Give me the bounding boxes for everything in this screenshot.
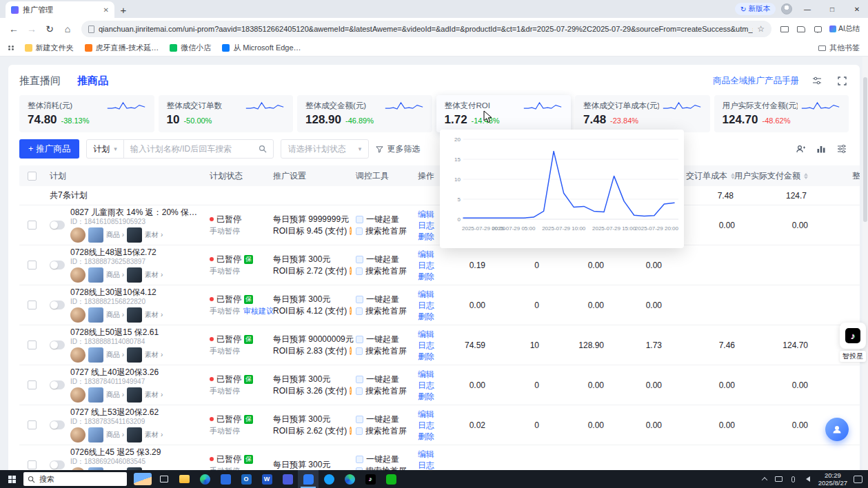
maximize-button[interactable]: □ [822,0,842,18]
metric-card[interactable]: 整体支付ROI 1.72 -14.43% [436,95,572,132]
tiktok-taskbar-icon[interactable]: ♪ [360,470,381,488]
chat-icon[interactable] [810,21,825,37]
edge-beta-taskbar-icon[interactable] [339,470,360,488]
outlook-taskbar-icon[interactable]: O [236,470,256,488]
metric-card[interactable]: 整体成交金额(元) 128.90 -46.89% [297,95,432,132]
page-scrollbar[interactable] [862,57,868,470]
page-tab[interactable]: 推商品 [77,74,108,88]
row-checkbox[interactable] [28,340,37,349]
home-button[interactable]: ⌂ [59,21,76,37]
add-product-button[interactable]: +推广商品 [19,139,79,159]
tab-close-icon[interactable]: ✕ [103,6,109,14]
word-taskbar-icon[interactable]: W [256,470,277,488]
row-checkbox[interactable] [28,460,37,469]
plan-toggle[interactable] [50,301,65,309]
plan-toggle[interactable] [50,420,65,429]
taskbar-search[interactable]: 搜索 [23,472,127,486]
plan-title[interactable]: 0728线上50退15 保2.61 [70,327,163,337]
browser-tab[interactable]: 推广管理 ✕ [6,1,114,18]
log-link[interactable]: 日志 [418,420,444,431]
row-checkbox[interactable] [28,420,37,429]
plan-title[interactable]: 0728线上48退15保2.72 [70,247,163,257]
product-link[interactable]: 商品 › [106,350,124,360]
sort-icon[interactable] [804,173,808,179]
split-screen-icon[interactable] [777,21,792,37]
ai-summary-button[interactable]: AI总结 [827,24,862,34]
product-link[interactable]: 商品 › [106,230,124,240]
plan-type-select[interactable]: 计划▾ [87,140,124,158]
material-link[interactable]: 素材 › [145,230,163,240]
widgets-icon[interactable] [134,473,152,485]
column-chart-icon[interactable] [814,142,828,156]
taskbar-clock[interactable]: 20:29 2025/8/27 [818,471,847,487]
product-link[interactable]: 商品 › [106,310,124,320]
custom-audience-icon[interactable] [794,142,807,156]
edge-taskbar-icon[interactable] [194,470,215,488]
settings-sliders-icon[interactable] [810,74,824,88]
bookmark-item[interactable]: 微信小店 [170,43,211,53]
assistant-widget[interactable]: ♪ 智投星 [840,323,866,362]
material-link[interactable]: 素材 › [145,270,163,280]
task-view-icon[interactable] [154,470,174,488]
select-all-checkbox[interactable] [28,172,37,181]
forward-button[interactable]: → [23,21,40,37]
plan-toggle[interactable] [50,340,65,349]
material-link[interactable]: 素材 › [145,310,163,320]
product-link[interactable]: 商品 › [106,430,124,440]
fullscreen-icon[interactable] [835,74,849,88]
product-link[interactable]: 商品 › [106,270,124,280]
app-blue-taskbar-icon[interactable] [215,470,236,488]
log-link[interactable]: 日志 [418,340,444,351]
edit-link[interactable]: 编辑 [418,369,444,380]
metric-card[interactable]: 用户实际支付金额(元) 124.70 -48.62% [714,95,849,132]
collections-icon[interactable] [794,21,809,37]
delete-link[interactable]: 删除 [418,311,444,322]
other-bookmarks[interactable]: 其他书签 [818,43,860,53]
delete-link[interactable]: 删除 [418,431,444,442]
page-tab[interactable]: 推直播间 [19,74,61,88]
minimize-button[interactable]: — [798,0,817,18]
table-settings-icon[interactable] [835,142,849,156]
column-header[interactable]: 用户实际支付金额 [740,170,814,182]
notification-icon[interactable] [854,476,862,483]
log-link[interactable]: 日志 [418,260,444,271]
edit-link[interactable]: 编辑 [418,249,444,260]
edit-link[interactable]: 编辑 [418,449,444,460]
edit-link[interactable]: 编辑 [418,329,444,340]
plan-toggle[interactable] [50,261,65,270]
material-link[interactable]: 素材 › [145,350,163,360]
monitor-icon[interactable] [775,474,783,484]
volume-icon[interactable] [804,474,812,484]
new-tab-button[interactable]: + [114,1,132,18]
bookmark-item[interactable]: 新建文件夹 [25,43,74,53]
delete-link[interactable]: 删除 [418,271,444,282]
plan-toggle[interactable] [50,221,65,230]
log-link[interactable]: 日志 [418,460,444,471]
bookmark-item[interactable]: 从 Microsoft Edge… [222,43,301,53]
address-bar[interactable]: qianchuan.jinritemai.com/uni-prom?aavid=… [81,21,771,37]
material-link[interactable]: 素材 › [145,430,163,440]
profile-avatar[interactable] [781,3,792,14]
wechat-taskbar-icon[interactable] [381,470,401,488]
plan-title[interactable]: 0726线上45 退25 保3.29 [70,447,163,457]
plan-search-input[interactable]: 输入计划名称/ID后回车搜索 [124,140,273,158]
back-button[interactable]: ← [6,21,22,37]
metric-card[interactable]: 整体成交订单数 10 -50.00% [159,95,294,132]
log-link[interactable]: 日志 [418,300,444,311]
manual-link[interactable]: 商品全域推广产品手册 [713,75,799,87]
product-link[interactable]: 商品 › [106,390,124,400]
favorite-star-icon[interactable]: ☆ [757,24,765,34]
plan-title[interactable]: 0827 儿童雨衣 14% 返：20% 保：9.92 [70,207,199,217]
delete-link[interactable]: 删除 [418,391,444,402]
close-button[interactable]: ✕ [847,0,867,18]
plan-status-select[interactable]: 请选择计划状态▾ [281,139,370,159]
delete-link[interactable]: 删除 [418,351,444,362]
row-checkbox[interactable] [28,221,37,230]
chevron-up-icon[interactable] [760,474,769,484]
metric-card[interactable]: 整体成交订单成本(元) 7.48 -23.84% [575,95,710,132]
scrollbar-thumb[interactable] [863,77,867,222]
start-button[interactable] [0,470,23,488]
app-teams-taskbar-icon[interactable] [277,470,298,488]
plan-toggle[interactable] [50,380,65,389]
refresh-button[interactable]: ↻ [41,21,58,37]
